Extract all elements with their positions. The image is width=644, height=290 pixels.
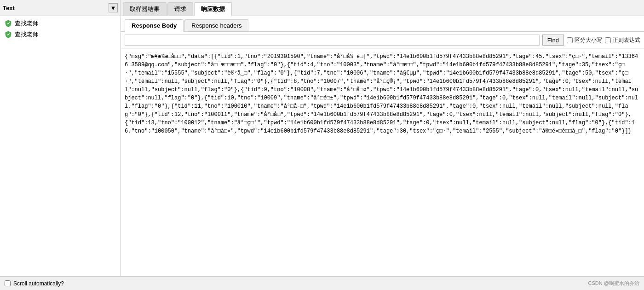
regex-label: 正则表达式 (613, 36, 640, 44)
left-panel: Text ▼ 查找老师 查找老 (0, 0, 121, 276)
right-panel: 取样器结果 请求 响应数据 Response Body Response hea… (121, 0, 644, 276)
left-header: Text ▼ (0, 0, 121, 16)
case-sensitive-label: 区分大小写 (575, 36, 602, 44)
case-sensitive-checkbox-label[interactable]: 区分大小写 (567, 36, 602, 44)
regex-checkbox-label[interactable]: 正则表达式 (605, 36, 640, 44)
scroll-auto-checkbox-label[interactable]: Scroll automatically? (5, 280, 64, 287)
top-tabs-bar: 取样器结果 请求 响应数据 (121, 0, 644, 16)
watermark-text: CSDN @喝蜜水的乔治 (588, 280, 639, 287)
shield-icon (5, 31, 12, 38)
regex-checkbox[interactable] (605, 37, 611, 43)
list-item[interactable]: 查找老师 (0, 29, 121, 40)
search-input[interactable] (125, 35, 540, 46)
list-item-label: 查找老师 (15, 30, 39, 39)
find-button[interactable]: Find (542, 35, 564, 46)
left-items-list: 查找老师 查找老师 (0, 16, 121, 276)
shield-icon (5, 20, 12, 27)
tab-request[interactable]: 请求 (167, 2, 193, 16)
list-item[interactable]: 查找老师 (0, 18, 121, 29)
dropdown-arrow-button[interactable]: ▼ (109, 3, 118, 12)
search-bar: Find 区分大小写 正则表达式 (121, 32, 644, 49)
tab-sampler-result[interactable]: 取样器结果 (123, 2, 167, 16)
bottom-bar: Scroll automatically? CSDN @喝蜜水的乔治 (0, 276, 644, 290)
scroll-auto-text: Scroll automatically? (13, 280, 64, 287)
tab-response-body[interactable]: Response Body (125, 19, 184, 32)
tab-response-data[interactable]: 响应数据 (194, 2, 232, 16)
case-sensitive-checkbox[interactable] (567, 37, 573, 43)
sub-tabs-bar: Response Body Response headers (121, 16, 644, 32)
tab-response-headers[interactable]: Response headers (184, 19, 248, 31)
left-panel-title: Text (3, 5, 107, 12)
list-item-label: 查找老师 (15, 19, 39, 28)
scroll-auto-checkbox[interactable] (5, 280, 11, 286)
response-body-content: {"msg":"æ¥æ¾æ□å□□","data":[{"tid":1,"tno… (121, 49, 644, 276)
